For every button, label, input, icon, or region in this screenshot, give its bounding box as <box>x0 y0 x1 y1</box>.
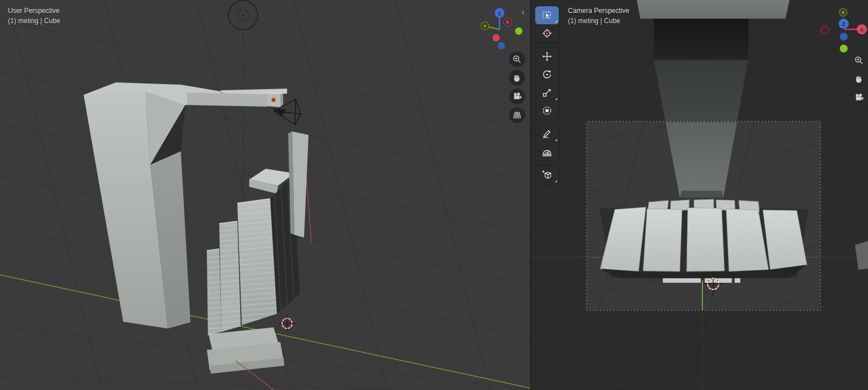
move-tool-button[interactable] <box>535 47 559 65</box>
bottom-bar[interactable] <box>663 278 740 283</box>
camera-view-icon <box>512 91 522 102</box>
gizmo-z-label: Z <box>842 21 845 27</box>
panel-fan[interactable] <box>600 207 807 271</box>
move-icon <box>541 51 553 62</box>
tool-shelf <box>535 6 559 189</box>
left-navigation-gizmo[interactable]: Z X Y <box>480 3 526 52</box>
gizmo-axis-z-negative[interactable] <box>840 33 848 41</box>
viewport-divider[interactable] <box>530 0 532 390</box>
gizmo-x-label: X <box>860 27 863 33</box>
select-box-icon <box>541 10 553 21</box>
right-navigation-gizmo[interactable]: Y Z X <box>817 2 868 55</box>
scale-tool-button[interactable] <box>535 84 559 102</box>
annotate-tool-button[interactable] <box>535 125 559 143</box>
zoom-icon <box>854 55 864 65</box>
zoom-button[interactable] <box>509 51 525 67</box>
gizmo-axis-y-positive[interactable] <box>515 28 523 35</box>
scale-icon <box>541 87 553 98</box>
gizmo-x-label: X <box>506 20 509 25</box>
camera-view-icon <box>854 93 864 103</box>
select-box-tool-button[interactable] <box>535 6 559 24</box>
left-viewport-nav <box>509 51 525 123</box>
grid-projection-icon <box>512 110 522 120</box>
gizmo-axis-y-positive[interactable] <box>840 45 848 52</box>
viewport-3d-camera-perspective[interactable] <box>532 0 868 390</box>
pan-button[interactable] <box>851 71 867 87</box>
pan-hand-icon <box>512 73 522 83</box>
transform-tool-button[interactable] <box>535 102 559 120</box>
blender-window: User Perspective (1) meting | Cube Camer… <box>0 0 868 390</box>
projection-toggle-button[interactable] <box>509 107 525 123</box>
gizmo-axis-x-positive[interactable] <box>493 34 500 42</box>
gizmo-z-label: Z <box>498 11 501 16</box>
camera-view-button[interactable] <box>509 89 525 104</box>
camera-view-button[interactable] <box>851 90 867 106</box>
viewport-3d-user-perspective[interactable] <box>0 0 532 390</box>
annotate-icon <box>541 128 553 139</box>
cursor-tool-icon <box>541 28 553 39</box>
rotate-tool-button[interactable] <box>535 65 559 84</box>
gizmo-axis-x-negative[interactable] <box>821 26 829 34</box>
gizmo-axis-z-negative[interactable] <box>498 42 505 50</box>
measure-tool-button[interactable] <box>535 143 559 161</box>
pan-button[interactable] <box>509 70 525 86</box>
zoom-button[interactable] <box>851 52 867 68</box>
add-cube-icon <box>541 169 553 181</box>
zoom-icon <box>512 54 522 64</box>
add-cube-tool-button[interactable] <box>535 166 559 184</box>
rotate-icon <box>541 69 553 80</box>
gizmo-y-label: Y <box>483 24 487 29</box>
gizmo-y-label: Y <box>841 10 845 15</box>
transform-icon <box>541 105 553 116</box>
measure-icon <box>541 146 553 157</box>
cursor-tool-button[interactable] <box>535 24 559 42</box>
pan-hand-icon <box>854 74 864 84</box>
right-viewport-nav <box>851 52 867 106</box>
